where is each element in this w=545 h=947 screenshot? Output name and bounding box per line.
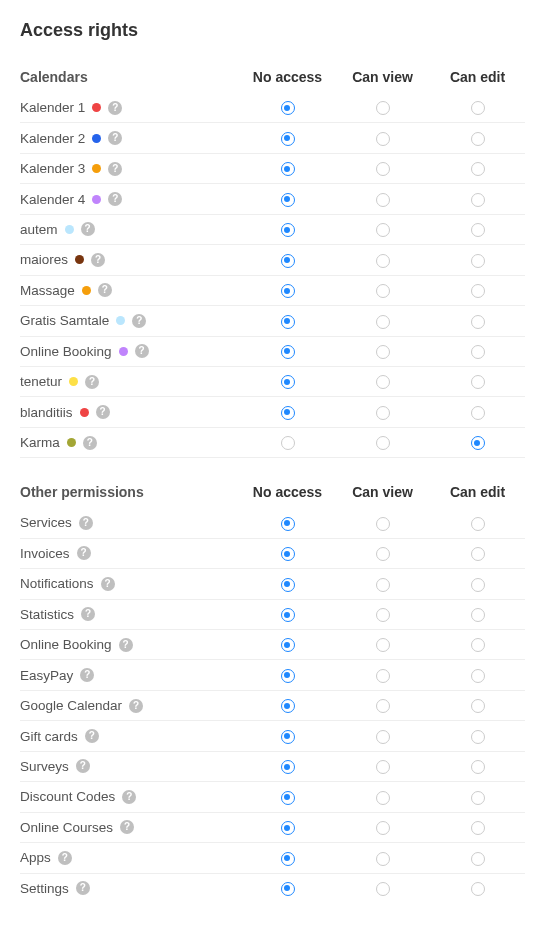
radio-no-access[interactable] [281, 852, 295, 866]
radio-can-view[interactable] [376, 223, 390, 237]
radio-can-edit[interactable] [471, 638, 485, 652]
radio-can-edit[interactable] [471, 375, 485, 389]
radio-no-access[interactable] [281, 547, 295, 561]
radio-can-view[interactable] [376, 547, 390, 561]
help-icon[interactable]: ? [81, 222, 95, 236]
radio-no-access[interactable] [281, 193, 295, 207]
radio-can-view[interactable] [376, 375, 390, 389]
radio-can-edit[interactable] [471, 406, 485, 420]
help-icon[interactable]: ? [119, 638, 133, 652]
radio-can-view[interactable] [376, 132, 390, 146]
help-icon[interactable]: ? [80, 668, 94, 682]
help-icon[interactable]: ? [85, 375, 99, 389]
radio-can-view[interactable] [376, 638, 390, 652]
radio-no-access[interactable] [281, 638, 295, 652]
help-icon[interactable]: ? [91, 253, 105, 267]
radio-can-edit[interactable] [471, 162, 485, 176]
radio-can-edit[interactable] [471, 669, 485, 683]
radio-can-view[interactable] [376, 517, 390, 531]
radio-can-edit[interactable] [471, 284, 485, 298]
radio-can-edit[interactable] [471, 101, 485, 115]
radio-no-access[interactable] [281, 345, 295, 359]
radio-can-view[interactable] [376, 791, 390, 805]
help-icon[interactable]: ? [81, 607, 95, 621]
radio-can-edit[interactable] [471, 760, 485, 774]
help-icon[interactable]: ? [101, 577, 115, 591]
radio-can-edit[interactable] [471, 547, 485, 561]
radio-no-access[interactable] [281, 791, 295, 805]
radio-can-view[interactable] [376, 315, 390, 329]
help-icon[interactable]: ? [108, 101, 122, 115]
radio-can-view[interactable] [376, 345, 390, 359]
help-icon[interactable]: ? [108, 162, 122, 176]
radio-can-view[interactable] [376, 436, 390, 450]
radio-no-access[interactable] [281, 760, 295, 774]
radio-no-access[interactable] [281, 284, 295, 298]
radio-no-access[interactable] [281, 223, 295, 237]
radio-no-access[interactable] [281, 406, 295, 420]
radio-can-edit[interactable] [471, 223, 485, 237]
radio-can-view[interactable] [376, 699, 390, 713]
radio-can-view[interactable] [376, 578, 390, 592]
radio-can-view[interactable] [376, 406, 390, 420]
help-icon[interactable]: ? [83, 436, 97, 450]
radio-can-view[interactable] [376, 821, 390, 835]
radio-can-edit[interactable] [471, 791, 485, 805]
radio-no-access[interactable] [281, 821, 295, 835]
radio-can-edit[interactable] [471, 345, 485, 359]
radio-can-edit[interactable] [471, 517, 485, 531]
radio-can-edit[interactable] [471, 730, 485, 744]
help-icon[interactable]: ? [58, 851, 72, 865]
radio-can-view[interactable] [376, 730, 390, 744]
radio-can-edit[interactable] [471, 315, 485, 329]
radio-can-view[interactable] [376, 254, 390, 268]
radio-can-view[interactable] [376, 284, 390, 298]
radio-no-access[interactable] [281, 162, 295, 176]
help-icon[interactable]: ? [122, 790, 136, 804]
help-icon[interactable]: ? [76, 759, 90, 773]
radio-no-access[interactable] [281, 730, 295, 744]
help-icon[interactable]: ? [96, 405, 110, 419]
help-icon[interactable]: ? [135, 344, 149, 358]
radio-can-view[interactable] [376, 162, 390, 176]
help-icon[interactable]: ? [85, 729, 99, 743]
help-icon[interactable]: ? [79, 516, 93, 530]
help-icon[interactable]: ? [98, 283, 112, 297]
radio-can-edit[interactable] [471, 882, 485, 896]
radio-no-access[interactable] [281, 517, 295, 531]
radio-no-access[interactable] [281, 578, 295, 592]
help-icon[interactable]: ? [76, 881, 90, 895]
radio-no-access[interactable] [281, 315, 295, 329]
radio-no-access[interactable] [281, 669, 295, 683]
radio-no-access[interactable] [281, 608, 295, 622]
radio-can-view[interactable] [376, 101, 390, 115]
radio-can-edit[interactable] [471, 578, 485, 592]
help-icon[interactable]: ? [120, 820, 134, 834]
help-icon[interactable]: ? [132, 314, 146, 328]
radio-can-edit[interactable] [471, 699, 485, 713]
radio-can-edit[interactable] [471, 193, 485, 207]
radio-can-edit[interactable] [471, 254, 485, 268]
radio-can-edit[interactable] [471, 608, 485, 622]
help-icon[interactable]: ? [129, 699, 143, 713]
radio-no-access[interactable] [281, 132, 295, 146]
radio-can-edit[interactable] [471, 132, 485, 146]
radio-can-view[interactable] [376, 608, 390, 622]
help-icon[interactable]: ? [108, 131, 122, 145]
radio-can-view[interactable] [376, 852, 390, 866]
radio-no-access[interactable] [281, 436, 295, 450]
radio-can-view[interactable] [376, 669, 390, 683]
radio-can-edit[interactable] [471, 436, 485, 450]
radio-can-edit[interactable] [471, 821, 485, 835]
radio-no-access[interactable] [281, 101, 295, 115]
radio-can-view[interactable] [376, 760, 390, 774]
radio-no-access[interactable] [281, 882, 295, 896]
radio-no-access[interactable] [281, 375, 295, 389]
radio-can-view[interactable] [376, 882, 390, 896]
help-icon[interactable]: ? [77, 546, 91, 560]
radio-can-edit[interactable] [471, 852, 485, 866]
radio-no-access[interactable] [281, 699, 295, 713]
radio-can-view[interactable] [376, 193, 390, 207]
help-icon[interactable]: ? [108, 192, 122, 206]
radio-no-access[interactable] [281, 254, 295, 268]
